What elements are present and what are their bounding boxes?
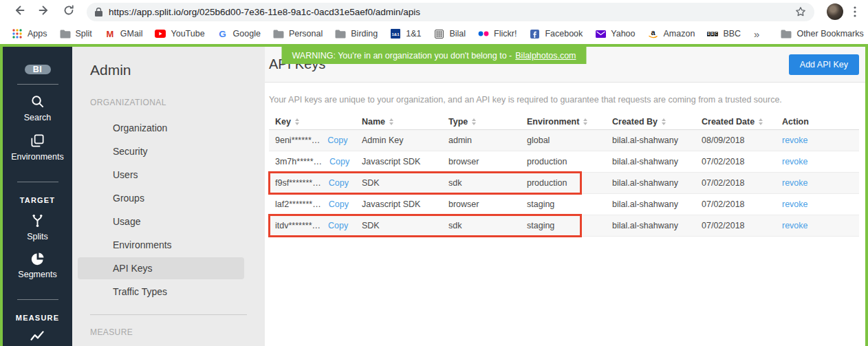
bookmark-split[interactable]: Split <box>54 26 98 41</box>
flickr-icon <box>478 28 489 39</box>
browser-menu-icon[interactable] <box>849 6 861 17</box>
bookmark-amazon[interactable]: aAmazon <box>642 26 702 41</box>
folder-icon <box>273 28 284 39</box>
sidebar-item-environments[interactable]: Environments <box>11 133 63 162</box>
add-api-key-button[interactable]: Add API Key <box>789 54 859 75</box>
bookmark-bilal[interactable]: Bilal <box>427 26 472 41</box>
column-header-created-date[interactable]: Created Date <box>702 117 782 127</box>
revoke-link[interactable]: revoke <box>782 221 808 230</box>
cell-name: SDK <box>362 221 448 230</box>
bookmark-label: Split <box>76 29 92 39</box>
cell-created-by: bilal.al-shahwany <box>612 199 702 209</box>
bookmark-label: 1&1 <box>406 29 421 39</box>
admin-nav-item-security[interactable]: Security <box>78 140 244 162</box>
sidebar-item-metrics[interactable]: Metrics <box>23 330 51 346</box>
bookmark-apps[interactable]: Apps <box>6 26 54 41</box>
org-avatar[interactable]: BI <box>25 65 51 74</box>
cell-name: SDK <box>362 178 448 188</box>
folder-icon <box>781 28 792 39</box>
admin-nav: Admin ORGANIZATIONALOrganizationSecurity… <box>72 47 265 346</box>
column-header-created-by[interactable]: Created By <box>612 117 702 127</box>
column-header-name[interactable]: Name <box>362 117 448 127</box>
bookmark-label: Flickr! <box>494 29 517 39</box>
admin-nav-item-traffic-types[interactable]: Traffic Types <box>78 281 244 303</box>
column-label: Key <box>275 117 291 127</box>
api-key-text: 3m7h*****… <box>275 157 322 166</box>
admin-nav-item-groups[interactable]: Groups <box>78 187 244 209</box>
bookmark-gmail[interactable]: MGMail <box>98 26 149 41</box>
column-header-environment[interactable]: Environment <box>527 117 612 127</box>
url-text: https://app.split.io/org/025b6d00-7e36-1… <box>109 7 790 17</box>
revoke-link[interactable]: revoke <box>782 136 808 145</box>
column-header-type[interactable]: Type <box>448 117 527 127</box>
svg-text:B: B <box>712 32 714 36</box>
bookmark-label: Amazon <box>664 29 695 39</box>
column-header-key[interactable]: Key <box>275 117 362 127</box>
search-icon <box>30 94 45 111</box>
bookmark-bbc[interactable]: BBCBBC <box>701 26 747 41</box>
table-row: 9eni******…CopyAdmin Keyadminglobalbilal… <box>269 130 859 151</box>
refresh-button[interactable] <box>60 3 78 21</box>
sort-icon <box>583 118 587 125</box>
admin-nav-item-organization[interactable]: Organization <box>78 117 244 139</box>
admin-nav-item-environments[interactable]: Environments <box>78 234 244 256</box>
warning-link[interactable]: Bilalphotos.com <box>515 51 576 61</box>
copy-link[interactable]: Copy <box>329 157 349 166</box>
api-keys-table: KeyNameTypeEnvironmentCreated ByCreated … <box>269 113 859 237</box>
copy-link[interactable]: Copy <box>329 199 349 209</box>
bookmark-yahoo[interactable]: Yahoo <box>589 26 641 41</box>
bookmark-personal[interactable]: Personal <box>267 26 329 41</box>
star-icon[interactable] <box>795 6 806 17</box>
copy-link[interactable]: Copy <box>328 221 348 230</box>
browser-toolbar: https://app.split.io/org/025b6d00-7e36-1… <box>0 0 868 23</box>
bookmark-1-1[interactable]: 1&11&1 <box>384 26 427 41</box>
bookmark-facebook[interactable]: Facebook <box>523 26 589 41</box>
admin-nav-item-usage[interactable]: Usage <box>78 210 244 233</box>
bookmark-youtube[interactable]: YouTube <box>149 26 210 41</box>
api-key-text: laf2*******… <box>275 199 321 209</box>
cell-created-by: bilal.al-shahwany <box>612 221 702 230</box>
bookmark-label: YouTube <box>171 29 204 39</box>
oneandone-icon: 1&1 <box>390 28 401 39</box>
bookmark-flickr[interactable]: Flickr! <box>472 26 523 41</box>
sidebar-section-header: TARGET <box>20 196 56 204</box>
admin-nav-item-api-keys[interactable]: API Keys <box>78 257 244 279</box>
table-row: itdv*******…CopySDKsdkstagingbilal.al-sh… <box>269 215 859 237</box>
cell-created-date: 07/02/2018 <box>702 221 782 230</box>
bookmark-google[interactable]: GGoogle <box>211 26 267 41</box>
cell-key: 3m7h*****…Copy <box>275 157 362 166</box>
cell-type: sdk <box>448 221 527 230</box>
address-bar[interactable]: https://app.split.io/org/025b6d00-7e36-1… <box>87 3 814 21</box>
cell-key: 9eni******…Copy <box>275 136 362 145</box>
column-label: Environment <box>527 117 579 127</box>
bookmark-birding[interactable]: Birding <box>329 26 384 41</box>
revoke-link[interactable]: revoke <box>782 157 808 166</box>
cell-environment: global <box>527 136 612 145</box>
revoke-link[interactable]: revoke <box>782 178 808 188</box>
revoke-link[interactable]: revoke <box>782 199 808 209</box>
facebook-icon <box>529 28 540 39</box>
environments-icon <box>30 133 45 151</box>
cell-environment: staging <box>527 199 612 209</box>
sidebar-item-label: Environments <box>11 152 63 162</box>
sidebar-item-splits[interactable]: Splits <box>27 213 48 241</box>
google-icon: G <box>217 28 228 39</box>
copy-link[interactable]: Copy <box>327 136 347 145</box>
other-bookmarks[interactable]: Other Bookmarks <box>774 26 868 41</box>
cell-name: Javascript SDK <box>362 157 448 166</box>
admin-nav-item-users[interactable]: Users <box>78 164 244 186</box>
app-sidebar: BI SearchEnvironments TARGETSplitsSegmen… <box>3 47 72 346</box>
warning-banner: WARNING: You're in an organization you d… <box>281 47 586 64</box>
folder-icon <box>60 28 71 39</box>
youtube-icon <box>155 28 166 39</box>
copy-link[interactable]: Copy <box>329 178 349 188</box>
sidebar-item-segments[interactable]: Segments <box>18 252 56 279</box>
forward-button[interactable] <box>35 3 53 21</box>
bookmarks-overflow-chevron[interactable]: » <box>747 28 766 40</box>
bookmark-label: Yahoo <box>611 29 635 39</box>
nav-section-header: MEASURE <box>90 327 247 337</box>
profile-avatar[interactable] <box>827 3 843 20</box>
sidebar-item-search[interactable]: Search <box>11 94 63 122</box>
back-button[interactable] <box>10 3 28 21</box>
table-row: 3m7h*****…CopyJavascript SDKbrowserprodu… <box>269 151 859 173</box>
